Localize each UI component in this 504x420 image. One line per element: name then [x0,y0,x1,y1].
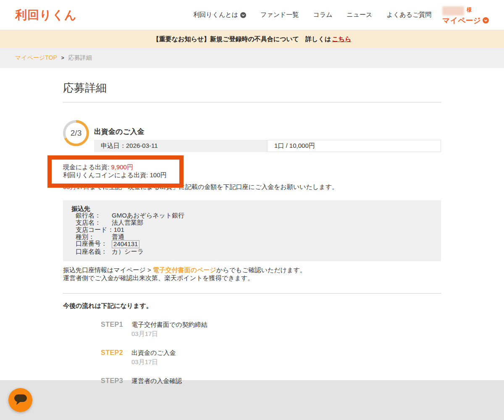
account-holder-value: カ）シーラ [112,248,144,255]
progress-ring: 2/3 [63,120,89,146]
coin-investment-label: 利回りくんコインによる出資: [63,171,150,178]
cash-investment-line: 現金による出資: 9,900円 [63,163,175,171]
breadcrumb: マイページTOP > 応募詳細 [0,48,504,68]
account-number-value: 2404131 [112,240,139,248]
investment-amount-box: 現金による出資: 9,900円 利回りくんコインによる出資: 100円 [47,155,184,188]
bank-box-heading: 振込先 [71,205,433,213]
account-type-label: 種別： [76,234,112,241]
page-title: 応募詳細 [63,68,441,95]
nav-item-funds[interactable]: ファンド一覧 [260,11,299,19]
notes-section: 振込先口座情報はマイページ > 電子交付書面のページからでもご確認いただけます。… [63,266,441,282]
main-content: 応募詳細 2/3 出資金のご入金 申込日：2026-03-11 1口 / 10,… [0,68,504,380]
cash-investment-amount: 9,900円 [111,163,133,171]
step-heading: 出資金のご入金 [94,127,441,136]
chevron-down-icon [240,12,246,18]
flow-heading: 今後の流れは下記になります。 [63,302,441,310]
nav-item-label: ファンド一覧 [260,11,299,19]
note-line-1-before: 振込先口座情報はマイページ > [63,266,153,273]
nav-item-news[interactable]: ニュース [346,11,372,19]
bank-row-account-holder: 口座名義： カ）シーラ [71,248,433,255]
flow-step-2-label: STEP2 [101,349,124,366]
cash-investment-label: 現金による出資: [63,163,111,171]
application-info-row: 申込日：2026-03-11 1口 / 10,000円 [94,140,441,152]
bank-name-label: 銀行名： [76,212,112,219]
chat-button[interactable] [8,388,32,412]
note-line-1-after: からでもご確認いただけます。 [216,266,306,273]
coin-investment-line: 利回りくんコインによる出資: 100円 [63,171,175,179]
notice-detail-link[interactable]: こちら [332,35,351,43]
site-header: 利回りくん 利回りくんとは ファンド一覧 コラム ニュース よくあるご質問 [0,0,504,30]
step-status-section: 2/3 出資金のご入金 申込日：2026-03-11 1口 / 10,000円 [63,120,441,152]
bank-row-account-number: 口座番号： 2404131 [71,240,433,248]
flow-step-3: STEP3 運営者の入金確認 [101,377,441,385]
mypage-label: マイページ [442,16,481,26]
section-divider [63,293,441,294]
account-holder-label: 口座名義： [76,248,112,255]
breadcrumb-separator: > [61,55,64,61]
branch-code-value: 101 [114,226,124,234]
application-date: 申込日：2026-03-11 [94,140,267,152]
chevron-down-icon [483,17,489,24]
bank-row-branch-code: 支店コード： 101 [71,226,433,234]
nav-item-label: ニュース [346,11,372,19]
edocument-page-link[interactable]: 電子交付書面のページ [153,266,216,273]
flow-steps: STEP1 電子交付書面での契約締結 03月17日 STEP2 出資金のご入金 … [101,321,441,385]
branch-name-label: 支店名： [76,219,112,226]
bank-row-name: 銀行名： GMOあおぞらネット銀行 [71,212,433,219]
flow-step-1-title: 電子交付書面での契約締結 [131,321,207,329]
flow-step-2: STEP2 出資金のご入金 03月17日 [101,349,441,366]
nav-item-label: よくあるご質問 [387,11,432,19]
note-line-1: 振込先口座情報はマイページ > 電子交付書面のページからでもご確認いただけます。 [63,266,441,274]
flow-step-3-title: 運営者の入金確認 [131,377,182,385]
branch-name-value: 法人営業部 [112,219,143,226]
note-line-2: 運営者側でご入金が確認出来次第、楽天ポイントを獲得できます。 [63,274,441,282]
progress-label: 2/3 [66,123,87,144]
chat-bubble-icon [14,394,27,407]
account-type-value: 普通 [112,234,124,241]
nav-item-label: コラム [313,11,332,19]
flow-step-1-label: STEP1 [101,321,124,338]
page: 利回りくん 利回りくんとは ファンド一覧 コラム ニュース よくあるご質問 [0,0,504,420]
nav-item-label: 利回りくんとは [193,11,238,19]
bank-row-branch: 支店名： 法人営業部 [71,219,433,226]
account-number-label: 口座番号： [76,240,112,248]
flow-step-2-title: 出資金のご入金 [131,349,176,357]
site-logo[interactable]: 利回りくん [15,7,77,23]
flow-step-2-date: 03月17日 [131,358,176,366]
nav-item-faq[interactable]: よくあるご質問 [387,11,432,19]
flow-step-1: STEP1 電子交付書面での契約締結 03月17日 [101,321,441,338]
title-divider [63,102,441,102]
unit-price: 1口 / 10,000円 [267,140,441,152]
flow-step-1-date: 03月17日 [131,330,207,338]
bank-transfer-box: 振込先 銀行名： GMOあおぞらネット銀行 支店名： 法人営業部 支店コード： … [63,200,441,262]
user-area: 様 マイページ [442,5,489,26]
branch-code-label: 支店コード： [76,226,114,234]
main-nav: 利回りくんとは ファンド一覧 コラム ニュース よくあるご質問 [193,11,431,19]
user-honorific: 様 [467,6,472,13]
nav-item-column[interactable]: コラム [313,11,332,19]
user-name-redacted [442,6,464,16]
page-footer [0,380,504,420]
nav-item-about[interactable]: 利回りくんとは [193,11,246,19]
flow-step-3-label: STEP3 [101,377,124,385]
notice-banner: 【重要なお知らせ】新規ご登録時の不具合について 詳しくは こちら [0,30,504,48]
breadcrumb-current: 応募詳細 [68,54,92,62]
coin-investment-amount: 100円 [150,171,167,178]
mypage-menu[interactable]: マイページ [442,16,489,26]
bank-name-value: GMOあおぞらネット銀行 [112,212,184,219]
breadcrumb-mypage-top-link[interactable]: マイページTOP [15,54,57,62]
notice-text: 【重要なお知らせ】新規ご登録時の不具合について 詳しくは [153,35,331,43]
bank-row-account-type: 種別： 普通 [71,234,433,241]
